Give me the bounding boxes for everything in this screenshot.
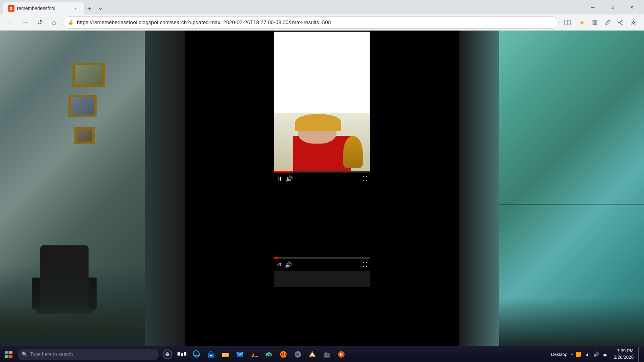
firefox-button[interactable]: [291, 347, 305, 362]
minimize-button[interactable]: ─: [584, 0, 602, 14]
show-more-icon[interactable]: »: [571, 352, 573, 356]
tab-list-button[interactable]: [95, 3, 106, 14]
app13-button[interactable]: [334, 347, 349, 362]
vlc-icon: [308, 350, 316, 358]
black-section: [274, 185, 370, 257]
camera-button[interactable]: [320, 347, 334, 362]
svg-rect-7: [210, 355, 212, 356]
svg-point-17: [281, 352, 286, 357]
close-button[interactable]: ✕: [622, 0, 641, 14]
search-bar[interactable]: 🔍 Type here to search: [18, 349, 159, 360]
tab-close-button[interactable]: ×: [72, 5, 79, 12]
store-icon: [207, 350, 215, 358]
background-scene: ⏸ 🔊 ⛶ ↺: [0, 31, 644, 346]
svg-rect-29: [576, 352, 581, 357]
replay-button-2[interactable]: ↺: [277, 261, 282, 268]
progress-bar-1[interactable]: [274, 171, 370, 173]
pause-button-1[interactable]: ⏸: [277, 175, 283, 182]
svg-point-4: [619, 22, 620, 23]
clock-date: 2/26/2020: [614, 354, 634, 360]
window-controls: ─ □ ✕: [584, 0, 641, 14]
pen-button[interactable]: [602, 17, 613, 28]
mail-button[interactable]: [233, 347, 247, 362]
back-button[interactable]: ←: [5, 17, 16, 28]
home-button[interactable]: ⌂: [48, 17, 60, 28]
address-bar: ← → ↺ ⌂ 🔒 https://rememeberlessfool.blog…: [0, 14, 644, 31]
task-view-icon: [178, 352, 186, 356]
page-column: ⏸ 🔊 ⛶ ↺: [274, 31, 370, 287]
video-player-2: ↺ 🔊 ⛶: [274, 257, 370, 271]
search-placeholder-text: Type here to search: [30, 352, 73, 357]
vlc-button[interactable]: [305, 347, 320, 362]
svg-rect-27: [325, 352, 327, 353]
firefox-icon: [294, 350, 302, 358]
volume-icon[interactable]: 🔊: [592, 347, 600, 362]
task-view-button[interactable]: [175, 347, 189, 362]
svg-point-31: [605, 356, 605, 357]
new-tab-button[interactable]: +: [84, 3, 95, 14]
svg-rect-0: [565, 20, 567, 25]
forward-button[interactable]: →: [19, 17, 31, 28]
video-thumbnail-1[interactable]: [274, 113, 370, 171]
volume-button-2[interactable]: 🔊: [285, 261, 292, 268]
fullscreen-button-1[interactable]: ⛶: [362, 176, 367, 181]
maximize-button[interactable]: □: [603, 0, 621, 14]
video-controls-1: ⏸ 🔊 ⛶: [274, 173, 370, 185]
right-panel: [499, 31, 644, 346]
taskbar-clock[interactable]: 7:39 PM 2/26/2020: [611, 348, 637, 360]
start-button[interactable]: [0, 346, 18, 362]
opera-icon: [279, 350, 287, 358]
chair: [32, 245, 97, 326]
svg-point-26: [326, 354, 328, 356]
svg-point-14: [267, 354, 268, 355]
file-explorer-button[interactable]: [218, 347, 233, 362]
title-bar: B rememberlessfool × + ─ □ ✕: [0, 0, 644, 14]
search-icon: 🔍: [22, 352, 28, 357]
store-taskbar-button[interactable]: [204, 347, 218, 362]
mail-icon: [236, 350, 244, 358]
amazon-button[interactable]: a: [247, 347, 262, 362]
edge-taskbar-button[interactable]: [189, 347, 204, 362]
network-icon[interactable]: [601, 347, 609, 362]
notification-icon[interactable]: !: [574, 347, 582, 362]
lock-icon: 🔒: [68, 20, 74, 25]
svg-point-5: [633, 21, 635, 23]
cortana-button[interactable]: [160, 347, 175, 362]
video-controls-2: ↺ 🔊 ⛶: [274, 259, 370, 271]
show-desktop-button[interactable]: [638, 347, 641, 362]
bookmark-star[interactable]: ★: [576, 17, 588, 28]
tripadvisor-icon: [265, 350, 273, 358]
refresh-button[interactable]: ↺: [34, 17, 45, 28]
main-content: ⏸ 🔊 ⛶ ↺: [0, 31, 644, 346]
active-tab[interactable]: B rememberlessfool ×: [3, 2, 84, 14]
amazon-icon: a: [250, 350, 258, 358]
tripadvisor-button[interactable]: [262, 347, 276, 362]
show-hidden-icons-button[interactable]: ▲: [583, 347, 591, 362]
collections-button[interactable]: [589, 17, 601, 28]
camera-icon: [323, 350, 331, 358]
taskbar: 🔍 Type here to search: [0, 346, 644, 362]
settings-button[interactable]: [628, 17, 639, 28]
opera-button[interactable]: [276, 347, 291, 362]
volume-button-1[interactable]: 🔊: [286, 175, 293, 182]
system-tray: ! ▲ 🔊: [574, 347, 609, 362]
svg-point-20: [296, 353, 299, 356]
url-text: https://rememeberlessfool.blogspot.com/s…: [77, 19, 553, 25]
url-bar[interactable]: 🔒 https://rememeberlessfool.blogspot.com…: [63, 16, 559, 29]
fullscreen-button-2[interactable]: ⛶: [362, 262, 367, 267]
center-dark-left: [145, 31, 185, 346]
svg-rect-1: [568, 20, 570, 25]
video-player-1: ⏸ 🔊 ⛶: [274, 113, 370, 185]
windows-logo-icon: [5, 351, 12, 358]
clock-time: 7:39 PM: [614, 348, 634, 354]
share-button[interactable]: [615, 17, 626, 28]
reader-mode-button[interactable]: [562, 17, 573, 28]
progress-fill-1: [274, 171, 293, 173]
edge-icon: [192, 350, 200, 358]
painting-2: [68, 95, 97, 117]
browser-window: B rememberlessfool × + ─ □ ✕ ← → ↺ ⌂ 🔒 h…: [0, 0, 644, 362]
cortana-icon: [163, 350, 172, 359]
desktop-label: Desktop: [551, 352, 567, 357]
ad-block: [274, 32, 370, 113]
svg-point-15: [270, 354, 270, 355]
